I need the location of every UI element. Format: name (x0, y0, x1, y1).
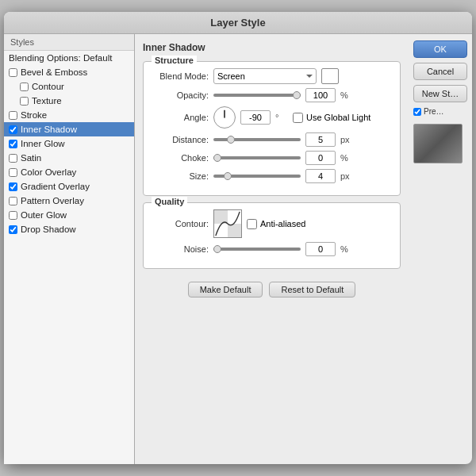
sidebar-item-bevel-emboss[interactable]: Bevel & Emboss (4, 65, 134, 79)
contour-checkbox[interactable] (20, 83, 29, 91)
noise-unit: % (340, 244, 353, 254)
size-label: Size: (153, 171, 209, 181)
satin-checkbox[interactable] (9, 154, 17, 163)
choke-slider-container (213, 156, 301, 159)
quality-box: Quality Contour: Anti-alias (143, 202, 401, 269)
opacity-input[interactable] (305, 88, 336, 102)
contour-thumbnail[interactable] (213, 209, 242, 238)
distance-row: Distance: px (153, 132, 390, 147)
bevel-emboss-checkbox[interactable] (9, 68, 17, 77)
ok-button[interactable]: OK (413, 40, 467, 58)
anti-aliased-label: Anti-aliased (260, 219, 305, 228)
opacity-label: Opacity: (153, 90, 209, 100)
choke-input[interactable] (305, 151, 336, 165)
noise-row: Noise: % (153, 242, 390, 256)
sidebar-item-inner-shadow[interactable]: Inner Shadow (4, 122, 134, 136)
styles-list: Blending Options: Default Bevel & Emboss… (4, 51, 134, 464)
use-global-light-label: Use Global Light (306, 113, 370, 122)
size-slider[interactable] (213, 175, 301, 178)
sidebar-item-pattern-overlay[interactable]: Pattern Overlay (4, 194, 134, 208)
noise-slider-container (213, 248, 301, 251)
styles-panel: Styles Blending Options: Default Bevel &… (4, 34, 135, 464)
section-heading: Inner Shadow (143, 42, 401, 53)
noise-slider[interactable] (213, 248, 301, 251)
inner-glow-checkbox[interactable] (9, 140, 17, 148)
satin-label: Satin (21, 153, 41, 163)
size-slider-container (213, 175, 301, 178)
color-overlay-label: Color Overlay (21, 167, 76, 177)
distance-slider-container (213, 138, 301, 141)
inner-glow-label: Inner Glow (21, 139, 65, 148)
gradient-overlay-label: Gradient Overlay (21, 182, 90, 191)
main-content: Inner Shadow Structure Blend Mode: Scree… (135, 34, 409, 464)
contour-row: Contour: Anti-aliased (153, 209, 390, 238)
svg-rect-2 (214, 210, 228, 224)
distance-unit: px (340, 135, 353, 144)
angle-control: ° (213, 106, 288, 129)
preview-thumbnail (413, 124, 463, 163)
distance-slider[interactable] (213, 138, 301, 141)
choke-label: Choke: (153, 153, 209, 163)
color-overlay-checkbox[interactable] (9, 168, 17, 177)
opacity-slider-container (213, 94, 301, 97)
make-default-button[interactable]: Make Default (188, 282, 263, 298)
pattern-overlay-label: Pattern Overlay (21, 196, 84, 205)
stroke-label: Stroke (21, 110, 47, 120)
size-input[interactable] (305, 169, 336, 183)
texture-checkbox[interactable] (20, 97, 29, 106)
dialog-body: Styles Blending Options: Default Bevel &… (4, 34, 472, 464)
stroke-checkbox[interactable] (9, 111, 17, 120)
texture-label: Texture (32, 96, 62, 106)
bottom-buttons: Make Default Reset to Default (143, 282, 401, 298)
angle-row: Angle: ° Use Global Light (153, 106, 390, 129)
angle-input[interactable] (240, 110, 271, 125)
dialog-title: Layer Style (4, 12, 472, 34)
contour-label: Contour (32, 82, 64, 91)
preview-label-row: Pre… (413, 107, 467, 116)
sidebar-item-contour[interactable]: Contour (4, 79, 134, 94)
drop-shadow-checkbox[interactable] (9, 225, 17, 234)
opacity-slider[interactable] (213, 94, 301, 97)
choke-unit: % (340, 153, 353, 163)
angle-dial[interactable] (213, 106, 236, 129)
sidebar-item-blending-options[interactable]: Blending Options: Default (4, 51, 134, 65)
sidebar-item-drop-shadow[interactable]: Drop Shadow (4, 222, 134, 236)
opacity-row: Opacity: % (153, 88, 390, 102)
inner-shadow-checkbox[interactable] (9, 125, 17, 134)
new-style-button[interactable]: New St… (413, 85, 467, 102)
cancel-button[interactable]: Cancel (413, 63, 467, 80)
blend-color-swatch[interactable] (321, 68, 339, 84)
sidebar-item-satin[interactable]: Satin (4, 151, 134, 165)
noise-input[interactable] (305, 242, 336, 256)
use-global-light-checkbox[interactable] (293, 113, 303, 123)
structure-box: Structure Blend Mode: Screen Normal Mult… (143, 61, 401, 196)
distance-label: Distance: (153, 135, 209, 144)
bevel-emboss-label: Bevel & Emboss (21, 67, 87, 77)
preview-checkbox[interactable] (413, 108, 421, 116)
sidebar-item-gradient-overlay[interactable]: Gradient Overlay (4, 179, 134, 194)
size-unit: px (340, 171, 353, 181)
anti-aliased-checkbox[interactable] (247, 219, 257, 229)
blend-mode-select[interactable]: Screen Normal Multiply Overlay (213, 68, 317, 84)
opacity-unit: % (340, 90, 353, 100)
sidebar-item-stroke[interactable]: Stroke (4, 108, 134, 122)
svg-rect-3 (228, 224, 241, 237)
distance-input[interactable] (305, 132, 336, 147)
sidebar-item-inner-glow[interactable]: Inner Glow (4, 136, 134, 151)
inner-shadow-label: Inner Shadow (21, 125, 77, 134)
styles-header: Styles (4, 34, 134, 51)
gradient-overlay-checkbox[interactable] (9, 182, 17, 191)
preview-label-text: Pre… (424, 107, 444, 116)
sidebar-item-color-overlay[interactable]: Color Overlay (4, 165, 134, 179)
pattern-overlay-checkbox[interactable] (9, 197, 17, 205)
blend-mode-row: Blend Mode: Screen Normal Multiply Overl… (153, 68, 390, 84)
sidebar-item-outer-glow[interactable]: Outer Glow (4, 208, 134, 222)
blending-options-label: Blending Options: Default (9, 53, 112, 63)
sidebar-item-texture[interactable]: Texture (4, 94, 134, 108)
noise-label: Noise: (153, 244, 209, 254)
reset-to-default-button[interactable]: Reset to Default (269, 282, 355, 298)
outer-glow-checkbox[interactable] (9, 211, 17, 220)
choke-slider[interactable] (213, 156, 301, 159)
choke-row: Choke: % (153, 151, 390, 165)
angle-unit: ° (275, 113, 288, 122)
